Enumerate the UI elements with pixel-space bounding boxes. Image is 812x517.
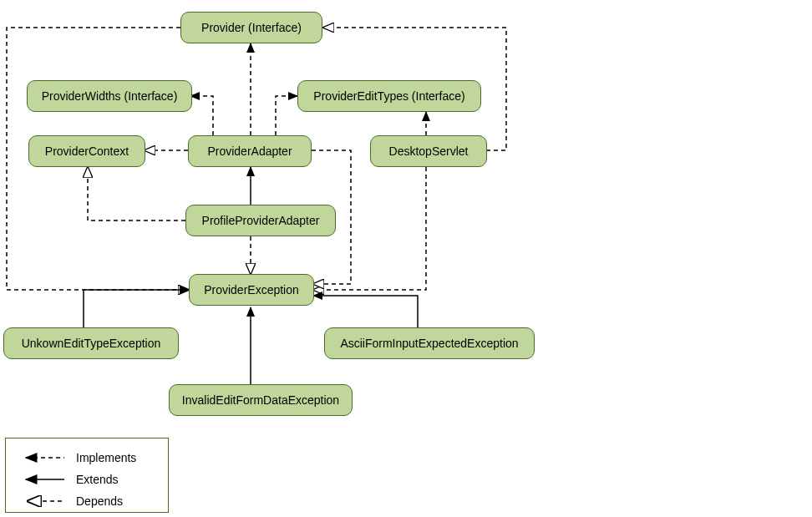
legend-line-extends-icon	[18, 474, 64, 485]
node-provider-context: ProviderContext	[28, 135, 145, 167]
legend-row-extends: Extends	[18, 469, 156, 490]
node-label: InvalidEditFormDataException	[182, 393, 339, 407]
node-provider: Provider (Interface)	[180, 12, 322, 43]
legend-line-depends-icon	[18, 495, 64, 507]
node-provider-adapter: ProviderAdapter	[188, 135, 312, 167]
legend-label: Extends	[76, 473, 119, 486]
node-provider-exception: ProviderException	[189, 274, 314, 306]
legend-row-implements: Implements	[18, 447, 156, 469]
node-provider-widths: ProviderWidths (Interface)	[27, 80, 192, 112]
node-label: Provider (Interface)	[201, 21, 302, 34]
node-label: ProviderWidths (Interface)	[42, 89, 178, 103]
node-label: AsciiFormInputExpectedException	[340, 337, 518, 350]
node-ascii-form-input-expected-exception: AsciiFormInputExpectedException	[324, 327, 535, 359]
node-provider-edit-types: ProviderEditTypes (Interface)	[297, 80, 481, 112]
node-label: ProviderAdapter	[207, 144, 292, 158]
node-label: ProviderException	[204, 283, 299, 297]
legend-row-depends: Depends	[18, 490, 156, 512]
node-label: UnkownEditTypeException	[22, 337, 161, 350]
legend-label: Depends	[76, 494, 123, 508]
node-unknown-edit-type-exception: UnkownEditTypeException	[3, 327, 179, 359]
legend-line-implements-icon	[18, 452, 64, 464]
node-label: DesktopServlet	[389, 144, 469, 158]
legend: Implements Extends Depends	[5, 438, 169, 513]
legend-label: Implements	[76, 451, 136, 464]
node-desktop-servlet: DesktopServlet	[370, 135, 487, 167]
node-invalid-edit-form-data-exception: InvalidEditFormDataException	[169, 384, 353, 416]
node-label: ProviderEditTypes (Interface)	[313, 89, 464, 103]
node-label: ProviderContext	[45, 144, 129, 158]
node-profile-provider-adapter: ProfileProviderAdapter	[185, 205, 336, 236]
node-label: ProfileProviderAdapter	[202, 214, 320, 227]
